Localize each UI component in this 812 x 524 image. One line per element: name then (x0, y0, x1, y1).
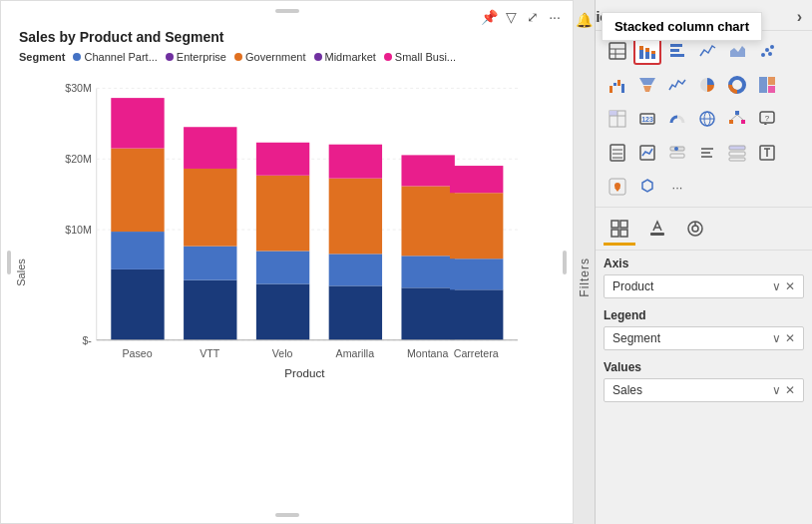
tooltip-text: Stacked column chart (614, 19, 749, 34)
values-value-row: Sales ∨ ✕ (604, 378, 804, 402)
chart-type-line[interactable] (693, 37, 721, 65)
bar-vtt-orange[interactable] (184, 169, 236, 247)
bar-montana-blue[interactable] (401, 256, 454, 287)
chart-type-funnel[interactable] (633, 71, 661, 99)
filters-sidebar[interactable]: 🔔 Filters (574, 31, 596, 524)
svg-rect-44 (759, 77, 767, 93)
chart-type-textbox[interactable] (753, 139, 781, 167)
chart-svg: $30M $20M $10M $- (31, 69, 540, 398)
chart-type-card[interactable]: 123 (633, 105, 661, 133)
bar-velo-pink[interactable] (256, 143, 309, 176)
bar-amarilla-dark[interactable] (329, 285, 382, 339)
svg-rect-85 (611, 230, 618, 237)
bar-paseo-orange[interactable] (111, 149, 164, 232)
values-remove-icon[interactable]: ✕ (785, 383, 795, 397)
legend-item-government: Government (234, 51, 306, 63)
chart-type-paginated[interactable] (604, 139, 631, 167)
chart-type-more[interactable]: ··· (663, 173, 691, 201)
chart-type-slicer[interactable] (663, 139, 691, 167)
chart-type-waterfall[interactable] (604, 71, 631, 99)
bar-carretera-blue[interactable] (450, 259, 503, 289)
build-tab-format[interactable] (641, 214, 673, 246)
resize-handle-bottom[interactable] (275, 513, 299, 517)
chart-type-kpi[interactable] (633, 139, 661, 167)
bar-montana-orange[interactable] (401, 186, 454, 256)
chart-type-scatter[interactable] (753, 37, 781, 65)
chart-type-matrix[interactable] (604, 105, 631, 133)
chart-type-multirow[interactable] (723, 139, 751, 167)
legend-field-well: Legend Segment ∨ ✕ (604, 308, 804, 350)
axis-chevron-icon[interactable]: ∨ (772, 279, 781, 293)
expand-icon[interactable]: ⤢ (525, 9, 541, 25)
legend-label-enterprise: Enterprise (177, 51, 226, 63)
bar-paseo-blue[interactable] (111, 232, 164, 269)
bar-velo-dark[interactable] (256, 283, 309, 339)
axis-field-well: Axis Product ∨ ✕ (604, 257, 804, 298)
svg-rect-48 (609, 111, 617, 116)
bar-amarilla-blue[interactable] (329, 254, 382, 285)
bar-carretera-pink[interactable] (450, 166, 503, 193)
chart-type-table[interactable] (604, 37, 631, 65)
chart-type-gauge[interactable] (663, 105, 691, 133)
chart-type-hexbin[interactable] (633, 173, 661, 201)
bar-vtt-blue[interactable] (184, 247, 236, 280)
chart-type-grid-row3: 123 ? (596, 105, 812, 139)
chart-type-smart-narrative[interactable] (693, 139, 721, 167)
svg-text:Paseo: Paseo (122, 347, 152, 359)
filter-icon[interactable]: ▽ (503, 9, 519, 25)
legend-label-government: Government (245, 51, 306, 63)
svg-text:?: ? (765, 114, 770, 123)
legend-chevron-icon[interactable]: ∨ (772, 331, 781, 345)
chart-type-mapbox[interactable] (604, 173, 631, 201)
more-options-icon[interactable]: ··· (547, 9, 563, 25)
bar-montana-dark[interactable] (401, 287, 454, 339)
bar-amarilla-pink[interactable] (329, 145, 382, 179)
resize-handle-right[interactable] (563, 251, 567, 274)
chart-type-map[interactable] (693, 105, 721, 133)
chart-type-bar[interactable] (663, 37, 691, 65)
panel-close-icon[interactable]: › (797, 8, 802, 26)
bar-velo-orange[interactable] (256, 176, 309, 252)
svg-point-33 (770, 45, 774, 49)
resize-handle-top[interactable] (275, 9, 299, 13)
bar-vtt-pink[interactable] (184, 127, 236, 169)
chart-type-sparkline[interactable] (663, 71, 691, 99)
chart-type-decomp[interactable] (723, 105, 751, 133)
chart-type-qa[interactable]: ? (753, 105, 781, 133)
bar-carretera-dark[interactable] (450, 289, 503, 339)
legend-dot-smallbiz (384, 53, 392, 61)
legend-remove-icon[interactable]: ✕ (785, 331, 795, 345)
legend-value-text: Segment (612, 331, 660, 345)
svg-rect-25 (651, 54, 655, 59)
chart-type-grid-row5: ··· (596, 173, 812, 205)
legend-label: Legend (604, 308, 804, 322)
bar-velo-blue[interactable] (256, 251, 309, 283)
build-tab-fields[interactable] (604, 214, 635, 246)
svg-text:123: 123 (641, 116, 653, 123)
pin-icon[interactable]: 📌 (481, 9, 497, 25)
bar-vtt-dark[interactable] (184, 280, 236, 340)
chart-type-donut[interactable] (723, 71, 751, 99)
legend-value-row: Segment ∨ ✕ (604, 326, 804, 350)
bar-montana-pink[interactable] (401, 155, 454, 186)
legend-actions: ∨ ✕ (772, 331, 795, 345)
bar-carretera-orange[interactable] (450, 193, 503, 259)
legend-dot-enterprise (166, 53, 174, 61)
values-chevron-icon[interactable]: ∨ (772, 383, 781, 397)
chart-type-pie2[interactable] (693, 71, 721, 99)
axis-remove-icon[interactable]: ✕ (785, 279, 795, 293)
build-tab-analytics[interactable] (679, 214, 711, 246)
svg-text:Velo: Velo (272, 347, 293, 359)
tooltip: Stacked column chart (602, 12, 762, 41)
svg-rect-45 (768, 77, 775, 85)
chart-type-treemap[interactable] (753, 71, 781, 99)
resize-handle-left[interactable] (7, 251, 11, 274)
svg-rect-27 (670, 44, 682, 47)
bar-amarilla-orange[interactable] (329, 179, 382, 255)
chart-legend: Segment Channel Part... Enterprise Gover… (19, 51, 456, 63)
chart-type-stacked-column[interactable] (633, 37, 661, 65)
bar-paseo-dark[interactable] (111, 269, 164, 340)
bar-paseo-pink[interactable] (111, 98, 164, 148)
chart-type-area[interactable] (723, 37, 751, 65)
svg-rect-76 (729, 152, 745, 156)
